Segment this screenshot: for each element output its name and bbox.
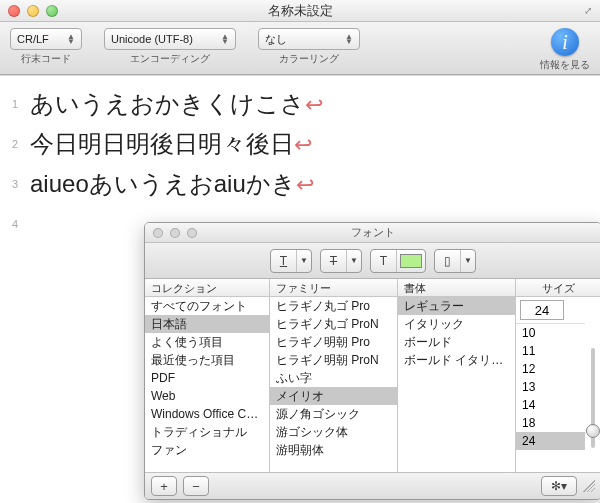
size-item[interactable]: 18 xyxy=(516,414,585,432)
strike-icon: T xyxy=(330,254,337,268)
size-input-row xyxy=(516,297,600,323)
face-item[interactable]: ボールド イタリック xyxy=(398,351,515,369)
document-icon: ▯ xyxy=(444,254,451,268)
line-number: 3 xyxy=(0,164,30,204)
action-menu-button[interactable]: ✻▾ xyxy=(541,476,577,496)
collection-item[interactable]: ファン xyxy=(145,441,269,459)
text-line[interactable]: 今日明日明後日明々後日↩ xyxy=(30,124,323,164)
family-item[interactable]: ふい字 xyxy=(270,369,397,387)
return-icon: ↩ xyxy=(294,132,312,157)
size-item[interactable]: 12 xyxy=(516,360,585,378)
collection-item[interactable]: トラディショナル xyxy=(145,423,269,441)
slider-thumb-icon[interactable] xyxy=(586,424,600,438)
collection-item[interactable]: PDF xyxy=(145,369,269,387)
underline-menu[interactable]: ▼ xyxy=(297,250,311,272)
face-item[interactable]: レギュラー xyxy=(398,297,515,315)
line-number: 1 xyxy=(0,84,30,124)
collection-header: コレクション xyxy=(145,279,269,297)
close-icon[interactable] xyxy=(8,5,20,17)
coloring-select[interactable]: なし ▲▼ xyxy=(258,28,360,50)
info-icon[interactable]: i xyxy=(551,28,579,56)
coloring-label: カラーリング xyxy=(279,52,339,66)
doc-segment: ▯ ▼ xyxy=(434,249,476,273)
coloring-value: なし xyxy=(265,32,287,47)
collection-item[interactable]: Windows Office Comp xyxy=(145,405,269,423)
add-collection-button[interactable]: + xyxy=(151,476,177,496)
size-header: サイズ xyxy=(516,279,600,297)
underline-button[interactable]: T xyxy=(271,250,297,272)
collection-column: コレクション すべてのフォント日本語よく使う項目最近使った項目PDFWebWin… xyxy=(145,279,270,472)
zoom-icon[interactable] xyxy=(46,5,58,17)
collection-item[interactable]: Web xyxy=(145,387,269,405)
line-text: 今日明日明後日明々後日 xyxy=(30,130,294,157)
underline-icon: T xyxy=(280,254,287,268)
family-item[interactable]: ヒラギノ丸ゴ Pro xyxy=(270,297,397,315)
family-item[interactable]: ヒラギノ丸ゴ ProN xyxy=(270,315,397,333)
size-column: サイズ 10111213141824 xyxy=(516,279,600,472)
traffic-lights xyxy=(8,5,58,17)
window-title: 名称未設定 xyxy=(0,2,600,20)
strike-segment: T ▼ xyxy=(320,249,362,273)
fullscreen-icon[interactable]: ⤢ xyxy=(584,5,592,16)
minimize-icon[interactable] xyxy=(27,5,39,17)
encoding-label: エンコーディング xyxy=(130,52,210,66)
text-line[interactable]: あいうえおかきくけこさ↩ xyxy=(30,84,323,124)
text-line[interactable]: aiueoあいうえおaiuかき↩ xyxy=(30,164,323,204)
family-item[interactable]: メイリオ xyxy=(270,387,397,405)
family-item[interactable]: ヒラギノ明朝 Pro xyxy=(270,333,397,351)
color-swatch xyxy=(400,254,422,268)
size-item[interactable]: 14 xyxy=(516,396,585,414)
collection-item[interactable]: よく使う項目 xyxy=(145,333,269,351)
size-slider-track xyxy=(585,323,600,472)
encoding-group: Unicode (UTF-8) ▲▼ エンコーディング xyxy=(104,28,236,72)
info-label: 情報を見る xyxy=(540,58,590,72)
collection-item[interactable]: 最近使った項目 xyxy=(145,351,269,369)
face-item[interactable]: イタリック xyxy=(398,315,515,333)
textcolor-segment: T xyxy=(370,249,426,273)
chevron-updown-icon: ▲▼ xyxy=(67,34,75,44)
size-item[interactable]: 10 xyxy=(516,324,585,342)
chevron-updown-icon: ▲▼ xyxy=(345,34,353,44)
collection-list[interactable]: すべてのフォント日本語よく使う項目最近使った項目PDFWebWindows Of… xyxy=(145,297,269,472)
face-list[interactable]: レギュラーイタリックボールドボールド イタリック xyxy=(398,297,515,472)
font-panel-title: フォント xyxy=(145,225,600,240)
face-column: 書体 レギュラーイタリックボールドボールド イタリック xyxy=(398,279,516,472)
family-item[interactable]: 源ノ角ゴシック xyxy=(270,405,397,423)
face-item[interactable]: ボールド xyxy=(398,333,515,351)
face-header: 書体 xyxy=(398,279,515,297)
encoding-select[interactable]: Unicode (UTF-8) ▲▼ xyxy=(104,28,236,50)
doc-color-button[interactable]: ▯ xyxy=(435,250,461,272)
family-item[interactable]: 游明朝体 xyxy=(270,441,397,459)
resize-grip-icon[interactable] xyxy=(583,480,595,492)
return-icon: ↩ xyxy=(305,92,323,117)
info-group: i 情報を見る xyxy=(540,28,590,72)
size-input[interactable] xyxy=(520,300,564,320)
strike-menu[interactable]: ▼ xyxy=(347,250,361,272)
collection-item[interactable]: すべてのフォント xyxy=(145,297,269,315)
size-list[interactable]: 10111213141824 xyxy=(516,323,585,472)
doc-color-menu[interactable]: ▼ xyxy=(461,250,475,272)
size-item[interactable]: 13 xyxy=(516,378,585,396)
strike-button[interactable]: T xyxy=(321,250,347,272)
line-endings-group: CR/LF ▲▼ 行末コード xyxy=(10,28,82,72)
collection-item[interactable]: 日本語 xyxy=(145,315,269,333)
line-endings-select[interactable]: CR/LF ▲▼ xyxy=(10,28,82,50)
font-panel-titlebar[interactable]: フォント xyxy=(145,223,600,243)
font-panel-footer: + − ✻▾ xyxy=(145,473,600,499)
main-toolbar: CR/LF ▲▼ 行末コード Unicode (UTF-8) ▲▼ エンコーディ… xyxy=(0,22,600,75)
line-number: 4 xyxy=(0,204,30,244)
line-number: 2 xyxy=(0,124,30,164)
font-panel[interactable]: フォント T ▼ T ▼ T ▯ ▼ コレクション すべてのフォント日本語よく使… xyxy=(144,222,600,500)
family-item[interactable]: 游ゴシック体 xyxy=(270,423,397,441)
color-swatch-button[interactable] xyxy=(397,250,425,272)
size-item[interactable]: 24 xyxy=(516,432,585,450)
family-list[interactable]: ヒラギノ丸ゴ Proヒラギノ丸ゴ ProNヒラギノ明朝 Proヒラギノ明朝 Pr… xyxy=(270,297,397,472)
family-item[interactable]: ヒラギノ明朝 ProN xyxy=(270,351,397,369)
remove-collection-button[interactable]: − xyxy=(183,476,209,496)
line-gutter: 1 2 3 4 xyxy=(0,76,30,503)
size-item[interactable]: 11 xyxy=(516,342,585,360)
coloring-group: なし ▲▼ カラーリング xyxy=(258,28,360,72)
text-color-button[interactable]: T xyxy=(371,250,397,272)
size-slider[interactable] xyxy=(591,348,595,448)
line-endings-value: CR/LF xyxy=(17,33,49,45)
